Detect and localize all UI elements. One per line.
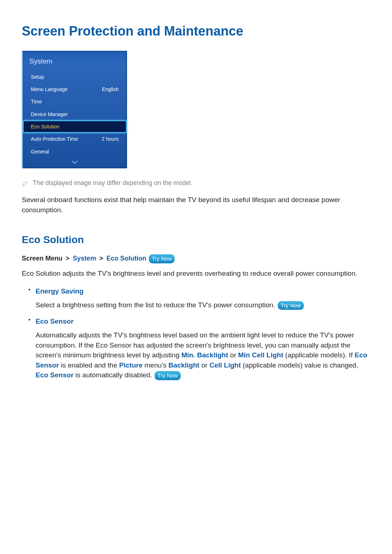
feature-text: (applicable models). If [283,351,355,359]
try-now-button[interactable]: Try Now [155,371,180,380]
system-menu-panel: System Setup Menu Language English Time … [22,51,127,168]
feature-name: Eco Sensor [36,316,370,327]
feature-text: Select a brightness setting from the lis… [36,301,277,309]
keyword-picture: Picture [119,361,142,369]
breadcrumb-item-eco-solution[interactable]: Eco Solution [106,255,146,262]
menu-row-general[interactable]: General [23,145,127,158]
feature-list: Energy Saving Select a brightness settin… [22,286,370,380]
keyword-eco-sensor: Eco Sensor [36,371,74,379]
menu-label: General [31,148,49,155]
menu-row-device-manager[interactable]: Device Manager [23,108,127,120]
feature-text: or [199,361,209,369]
feature-text: is automatically disabled. [74,371,154,379]
feature-text: (applicable models) value is changed, [241,361,358,369]
feature-name: Energy Saving [36,286,370,296]
keyword-min-cell-light: Min Cell Light [238,351,283,359]
menu-value: English [102,86,119,93]
feature-eco-sensor: Eco Sensor Automatically adjusts the TV'… [22,316,370,380]
section-paragraph: Eco Solution adjusts the TV's brightness… [22,268,370,279]
chevron-down-icon[interactable] [23,158,127,168]
menu-label: Setup [31,73,44,81]
breadcrumb-item-system[interactable]: System [73,255,96,262]
page-title: Screen Protection and Maintenance [22,22,370,41]
feature-text: or [228,351,238,359]
breadcrumb: Screen Menu > System > Eco Solution Try … [22,254,370,263]
pencil-icon [22,180,28,186]
menu-row-auto-protection-time[interactable]: Auto Protection Time 2 hours [23,133,127,145]
menu-value: 2 hours [102,135,119,143]
breadcrumb-sep: > [64,255,71,262]
menu-row-setup[interactable]: Setup [23,71,127,83]
menu-label: Eco Solution [31,123,60,130]
feature-energy-saving: Energy Saving Select a brightness settin… [22,286,370,310]
menu-row-menu-language[interactable]: Menu Language English [23,83,127,95]
try-now-button[interactable]: Try Now [149,254,175,263]
breadcrumb-sep: > [98,255,105,262]
menu-label: Device Manager [31,111,68,118]
menu-label: Menu Language [31,86,68,93]
feature-text: is enabled and the [59,361,119,369]
menu-label: Auto Protection Time [31,135,78,143]
breadcrumb-root: Screen Menu [22,255,62,262]
feature-text: menu's [143,361,168,369]
feature-desc: Automatically adjusts the TV's brightnes… [36,330,370,380]
feature-desc: Select a brightness setting from the lis… [36,300,370,310]
intro-paragraph: Several onboard functions exist that hel… [22,195,370,215]
try-now-button[interactable]: Try Now [278,301,303,310]
menu-row-eco-solution[interactable]: Eco Solution [23,120,127,133]
menu-row-time[interactable]: Time [23,95,127,108]
model-note: The displayed image may differ depending… [22,178,370,188]
note-text: The displayed image may differ depending… [33,178,192,188]
keyword-cell-light: Cell Light [209,361,241,369]
menu-label: Time [31,98,42,105]
section-title: Eco Solution [22,233,370,247]
keyword-backlight: Backlight [168,361,200,369]
menu-heading: System [23,51,127,71]
keyword-min-backlight: Min. Backlight [181,351,228,359]
